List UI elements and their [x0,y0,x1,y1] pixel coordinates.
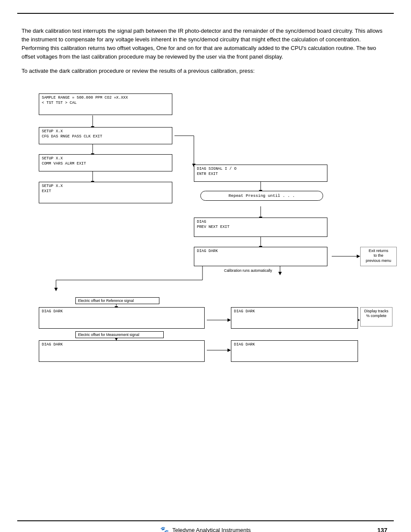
svg-marker-22 [54,288,58,291]
repeat-pressing-pill: Repeat Pressing until . . . [200,191,323,201]
setup3-box: SETUP X.X EXIT [39,182,172,203]
setup1-title: SETUP X.X [42,129,169,134]
diag-signal-menu: ENTR EXIT [197,172,324,176]
sample-box-title: SAMPLE RANGE = 500.000 PPM CO2 =X.XXX [42,96,169,100]
bottom-rule [17,520,394,521]
page-container: The dark calibration test interrupts the… [0,13,411,532]
setup3-title: SETUP X.X [42,184,169,188]
diag-dark-right2-title: DIAG DARK [234,342,355,347]
repeat-pressing-label: Repeat Pressing until . . . [229,193,295,198]
diag2-title: DIAG [197,220,324,224]
diag2-box: DIAG PREV NEXT EXIT [194,218,327,237]
footer-company: Teledyne Analytical Instruments [172,527,251,532]
setup3-menu: EXIT [42,189,169,193]
electric-meas-label: Electric offset for Measurement signal [75,331,164,338]
display-tracks-text: Display tracks % complete [364,309,388,318]
svg-marker-32 [227,348,231,352]
paragraph-1: The dark calibration test interrupts the… [22,27,389,62]
svg-marker-18 [278,272,282,275]
exit-returns-text: Exit returnsto theprevious menu [366,249,391,263]
setup1-box: SETUP X.X CFG DAS RNGE PASS CLK EXIT [39,127,172,144]
sample-box-menu: < TST TST > CAL [42,101,169,105]
diag-dark-right2-box: DIAG DARK [231,340,358,362]
electric-meas-text: Electric offset for Measurement signal [78,333,139,337]
footer-page-number: 137 [377,527,387,532]
electric-ref-label: Electric offset for Reference signal [75,297,159,304]
cal-auto-label: Calibration runs automatically [224,268,272,273]
setup2-menu: COMM VARS ALRM EXIT [42,162,169,166]
diag-dark-top-box: DIAG DARK [194,247,327,266]
diag-dark-right1-title: DIAG DARK [234,309,355,314]
setup2-title: SETUP X.X [42,156,169,161]
diagram-area: SAMPLE RANGE = 500.000 PPM CO2 =X.XXX < … [13,84,398,351]
setup1-menu: CFG DAS RNGE PASS CLK EXIT [42,134,169,139]
diag-dark-top-title: DIAG DARK [197,249,324,253]
electric-ref-text: Electric offset for Reference signal [78,299,134,303]
display-tracks-note: Display tracks % complete [360,307,392,327]
diag-dark-ref-box: DIAG DARK [39,307,205,329]
body-text: The dark calibration test interrupts the… [22,27,389,75]
exit-returns-note: Exit returnsto theprevious menu [360,247,397,266]
top-rule [17,13,394,14]
svg-marker-16 [357,255,360,258]
diag-dark-ref-title: DIAG DARK [42,309,202,314]
diag-dark-meas-box: DIAG DARK [39,340,205,362]
paragraph-2: To activate the dark calibration procedu… [22,67,389,75]
diag-dark-meas-title: DIAG DARK [42,342,202,347]
diag2-menu: PREV NEXT EXIT [197,225,324,229]
footer: 🐾 Teledyne Analytical Instruments 137 [0,526,411,532]
setup2-box: SETUP X.X COMM VARS ALRM EXIT [39,154,172,171]
footer-logo-icon: 🐾 [160,526,169,532]
diag-signal-box: DIAG SIGNAL I / O ENTR EXIT [194,165,327,182]
diag-dark-right1-box: DIAG DARK [231,307,358,329]
sample-box: SAMPLE RANGE = 500.000 PPM CO2 =X.XXX < … [39,93,172,115]
diag-signal-title: DIAG SIGNAL I / O [197,167,324,171]
svg-marker-26 [227,318,231,322]
